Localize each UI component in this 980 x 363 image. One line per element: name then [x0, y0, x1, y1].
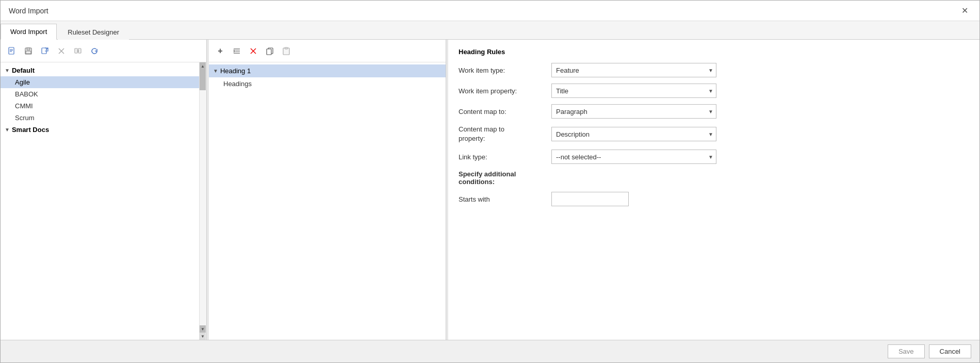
- bottom-bar: Save Cancel: [1, 340, 979, 362]
- paste-rule-button[interactable]: [279, 44, 293, 58]
- select-content-map-property[interactable]: Description Title Notes: [551, 127, 716, 141]
- delete-rule-button[interactable]: [246, 44, 260, 58]
- save-button-left[interactable]: [21, 44, 36, 58]
- tree-arrow-heading1: ▼: [213, 68, 218, 74]
- tab-ruleset-designer[interactable]: Ruleset Designer: [58, 24, 129, 40]
- label-content-map-property: Content map toproperty:: [459, 125, 551, 143]
- label-content-map-to: Content map to:: [459, 108, 551, 116]
- tree-group-default[interactable]: ▼ Default: [1, 64, 206, 76]
- close-button[interactable]: ✕: [958, 5, 971, 16]
- title-bar: Word Import ✕: [1, 1, 979, 21]
- tab-word-import[interactable]: Word Import: [1, 24, 57, 40]
- tree-item-scrum[interactable]: Scrum: [1, 112, 206, 124]
- form-row-content-map-to: Content map to: Paragraph Section Table …: [459, 104, 969, 119]
- new-button[interactable]: [5, 44, 19, 58]
- scroll-thumb[interactable]: [200, 70, 206, 90]
- tabs-bar: Word Import Ruleset Designer: [1, 21, 979, 40]
- form-row-additional-conditions: Specify additional conditions:: [459, 170, 969, 186]
- tree-area: ▼ Default Agile BABOK CMMI Scrum ▼ Smart…: [1, 62, 206, 340]
- refresh-button[interactable]: [87, 44, 102, 58]
- delete-button-left[interactable]: [54, 44, 69, 58]
- svg-rect-20: [285, 47, 288, 49]
- label-work-item-property: Work item property:: [459, 87, 551, 95]
- left-panel: ▼ Default Agile BABOK CMMI Scrum ▼ Smart…: [1, 40, 207, 340]
- scroll-bottom[interactable]: ▼: [200, 333, 206, 340]
- middle-panel: +: [209, 40, 446, 340]
- tree-arrow-default: ▼: [5, 68, 10, 73]
- move-button[interactable]: [71, 44, 85, 58]
- svg-rect-18: [267, 49, 271, 55]
- tree-group-smartdocs-label: Smart Docs: [12, 126, 49, 134]
- left-toolbar: [1, 40, 206, 62]
- svg-rect-5: [27, 48, 30, 50]
- select-work-item-type[interactable]: Feature Epic User Story Task Bug: [551, 63, 716, 77]
- tree-item-cmmi[interactable]: CMMI: [1, 100, 206, 112]
- save-button-bottom[interactable]: Save: [888, 344, 925, 358]
- cancel-button[interactable]: Cancel: [929, 344, 971, 358]
- right-panel-title: Heading Rules: [459, 48, 969, 56]
- scrollbar-track[interactable]: ▲ ▼ ▼: [199, 62, 206, 340]
- main-content: ▼ Default Agile BABOK CMMI Scrum ▼ Smart…: [1, 40, 979, 340]
- scroll-down-arrow[interactable]: ▼: [200, 325, 206, 333]
- form-row-content-map-property: Content map toproperty: Description Titl…: [459, 125, 969, 143]
- middle-tree-headings[interactable]: Headings: [209, 77, 446, 90]
- select-link-type[interactable]: --not selected-- Parent Child Related: [551, 150, 716, 164]
- form-row-work-item-property: Work item property: Title Description Ac…: [459, 84, 969, 98]
- select-wrap-content-map-property: Description Title Notes ▼: [551, 127, 716, 141]
- indent-button[interactable]: [230, 44, 244, 58]
- import-button[interactable]: [38, 44, 52, 58]
- middle-tree: ▼ Heading 1 Headings: [209, 62, 446, 340]
- tree-group-smartdocs[interactable]: ▼ Smart Docs: [1, 124, 206, 136]
- middle-tree-heading1[interactable]: ▼ Heading 1: [209, 64, 446, 77]
- label-starts-with: Starts with: [459, 195, 551, 203]
- label-link-type: Link type:: [459, 153, 551, 161]
- starts-with-input[interactable]: [551, 192, 629, 206]
- tree-group-default-label: Default: [12, 67, 35, 74]
- svg-rect-6: [26, 51, 31, 54]
- select-wrap-work-item-property: Title Description Acceptance Criteria ▼: [551, 84, 716, 98]
- tree-item-agile[interactable]: Agile: [1, 76, 206, 88]
- select-wrap-work-item-type: Feature Epic User Story Task Bug ▼: [551, 63, 716, 77]
- dialog-window: Word Import ✕ Word Import Ruleset Design…: [0, 0, 980, 363]
- tree-arrow-smartdocs: ▼: [5, 127, 10, 133]
- form-row-work-item-type: Work item type: Feature Epic User Story …: [459, 63, 969, 77]
- tree-item-babok[interactable]: BABOK: [1, 88, 206, 100]
- label-additional-conditions: Specify additional conditions:: [459, 170, 551, 186]
- middle-tree-heading1-label: Heading 1: [220, 67, 251, 75]
- add-rule-button[interactable]: +: [213, 44, 227, 58]
- scroll-up-arrow[interactable]: ▲: [200, 62, 206, 70]
- middle-toolbar: +: [209, 40, 446, 62]
- label-work-item-type: Work item type:: [459, 67, 551, 74]
- form-row-link-type: Link type: --not selected-- Parent Child…: [459, 150, 969, 164]
- right-panel: Heading Rules Work item type: Feature Ep…: [448, 40, 979, 340]
- select-content-map-to[interactable]: Paragraph Section Table: [551, 104, 716, 119]
- window-title: Word Import: [9, 7, 48, 15]
- select-wrap-link-type: --not selected-- Parent Child Related ▼: [551, 150, 716, 164]
- form-row-starts-with: Starts with: [459, 192, 969, 206]
- copy-rule-button[interactable]: [263, 44, 277, 58]
- select-wrap-content-map-to: Paragraph Section Table ▼: [551, 104, 716, 119]
- select-work-item-property[interactable]: Title Description Acceptance Criteria: [551, 84, 716, 98]
